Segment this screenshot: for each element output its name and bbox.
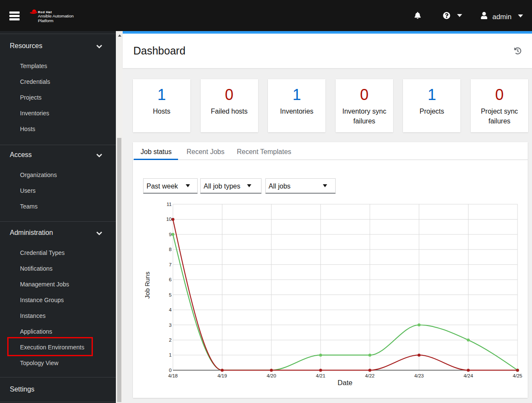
svg-text:2: 2: [169, 337, 172, 343]
svg-text:4/24: 4/24: [463, 373, 473, 378]
svg-text:3: 3: [169, 323, 172, 328]
svg-text:10: 10: [166, 217, 172, 222]
svg-text:4/23: 4/23: [414, 373, 424, 378]
svg-text:8: 8: [169, 247, 172, 252]
svg-text:1: 1: [169, 352, 172, 357]
svg-text:4/22: 4/22: [365, 373, 374, 378]
svg-text:0: 0: [169, 368, 172, 373]
svg-text:4/21: 4/21: [316, 373, 325, 378]
svg-text:Job Runs: Job Runs: [144, 272, 151, 298]
svg-text:11: 11: [167, 202, 172, 207]
svg-text:7: 7: [169, 262, 172, 267]
svg-text:5: 5: [169, 292, 172, 297]
svg-text:4/19: 4/19: [217, 373, 227, 378]
svg-text:9: 9: [169, 232, 172, 237]
svg-text:4/25: 4/25: [513, 373, 522, 378]
svg-text:4/20: 4/20: [267, 373, 276, 378]
svg-text:4: 4: [169, 307, 172, 312]
svg-text:6: 6: [169, 277, 172, 282]
svg-text:Date: Date: [338, 379, 353, 386]
svg-text:4/18: 4/18: [168, 373, 178, 378]
